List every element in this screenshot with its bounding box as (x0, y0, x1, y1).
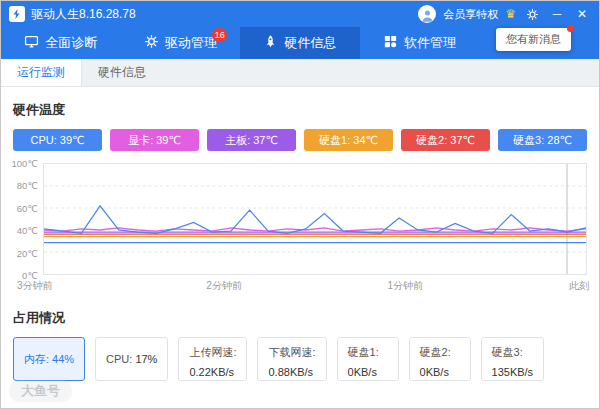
tooltip-text: 您有新消息 (506, 33, 561, 45)
card-label: 下载网速: (268, 346, 315, 358)
usage-card-disk2[interactable]: 硬盘2: 0KB/s (409, 337, 471, 381)
card-value: 0.88KB/s (268, 366, 315, 378)
usage-section-title: 占用情况 (13, 309, 587, 327)
user-avatar[interactable] (418, 5, 436, 23)
card-value: 0KB/s (348, 366, 388, 378)
chart-y-axis: 100℃ 80℃ 60℃ 40℃ 20℃ 0℃ (13, 163, 43, 275)
usage-card-cpu[interactable]: CPU: 17% (95, 337, 168, 381)
y-tick: 40℃ (17, 225, 38, 236)
app-logo-icon (9, 6, 25, 22)
x-tick: 此刻 (569, 279, 589, 293)
badge-value: 34℃ (353, 134, 378, 147)
titlebar: 驱动人生8.16.28.78 会员享特权 ♛ ─ ✕ (1, 1, 599, 27)
card-value: 135KB/s (492, 366, 534, 378)
titlebar-left: 驱动人生8.16.28.78 (9, 6, 136, 23)
tab-software-management[interactable]: 软件管理 (360, 27, 480, 59)
tab-full-diagnosis[interactable]: 全面诊断 (1, 27, 121, 59)
badge-value: 37℃ (253, 134, 278, 147)
y-tick: 100℃ (11, 158, 38, 169)
crown-icon: ♛ (505, 8, 516, 20)
monitor-icon (24, 34, 39, 52)
usage-card-disk3[interactable]: 硬盘3: 135KB/s (481, 337, 545, 381)
badge-value: 37℃ (450, 134, 475, 147)
badge-label: 显卡: (128, 133, 153, 148)
subtab-hardware-info[interactable]: 硬件信息 (82, 59, 162, 86)
rocket-icon (263, 34, 278, 52)
temperature-badges: CPU:39℃ 显卡:39℃ 主板:37℃ 硬盘1:34℃ 硬盘2:37℃ 硬盘… (13, 129, 587, 151)
temperature-chart-area: 100℃ 80℃ 60℃ 40℃ 20℃ 0℃ 3分钟前 2分钟前 1分钟前 此… (13, 163, 587, 295)
usage-card-download[interactable]: 下载网速: 0.88KB/s (257, 337, 326, 381)
y-tick: 20℃ (17, 247, 38, 258)
new-message-tooltip[interactable]: 您有新消息 (496, 28, 571, 51)
temp-badge-cpu: CPU:39℃ (13, 129, 102, 151)
badge-value: 28℃ (547, 134, 572, 147)
tab-label: 硬件信息 (284, 34, 336, 52)
temp-badge-disk1: 硬盘1:34℃ (304, 129, 393, 151)
chart-x-axis: 3分钟前 2分钟前 1分钟前 此刻 (43, 279, 587, 295)
titlebar-right: 会员享特权 ♛ ─ ✕ (418, 5, 591, 23)
y-tick: 80℃ (17, 180, 38, 191)
badge-label: 主板: (225, 133, 250, 148)
gear-icon (144, 34, 159, 52)
temp-badge-disk3: 硬盘3:28℃ (498, 129, 587, 151)
x-tick: 1分钟前 (388, 279, 424, 293)
main-content: 硬件温度 CPU:39℃ 显卡:39℃ 主板:37℃ 硬盘1:34℃ 硬盘2:3… (1, 101, 599, 381)
tab-driver-management[interactable]: 驱动管理 16 (121, 27, 241, 59)
x-tick: 2分钟前 (206, 279, 242, 293)
badge-label: CPU: (31, 134, 57, 146)
subtab-running-monitor[interactable]: 运行监测 (1, 59, 82, 86)
usage-cards: 内存: 44% CPU: 17% 上传网速: 0.22KB/s 下载网速: 0.… (13, 337, 587, 381)
sub-nav: 运行监测 硬件信息 (1, 59, 599, 87)
card-value: 0.22KB/s (189, 366, 236, 378)
temp-badge-disk2: 硬盘2:37℃ (401, 129, 490, 151)
badge-value: 39℃ (60, 134, 85, 147)
temp-badge-motherboard: 主板:37℃ (207, 129, 296, 151)
badge-label: 硬盘2: (416, 133, 447, 148)
app-window: 驱动人生8.16.28.78 会员享特权 ♛ ─ ✕ 您有新消息 全面诊断 (0, 0, 600, 409)
usage-card-upload[interactable]: 上传网速: 0.22KB/s (178, 337, 247, 381)
driver-update-badge: 16 (212, 28, 227, 42)
card-label: 硬盘3: (492, 346, 523, 358)
badge-value: 39℃ (156, 134, 181, 147)
card-label: 硬盘2: (420, 346, 451, 358)
badge-label: 硬盘1: (319, 133, 350, 148)
watermark: 大鱼号 (9, 380, 72, 402)
card-value: 0KB/s (420, 366, 460, 378)
card-label: 内存: (24, 352, 49, 367)
app-grid-icon (383, 34, 398, 52)
minimize-button[interactable]: ─ (548, 7, 566, 21)
chart-plot (43, 163, 587, 275)
x-tick: 3分钟前 (17, 279, 53, 293)
tab-label: 全面诊断 (45, 34, 97, 52)
temperature-section-title: 硬件温度 (13, 101, 587, 119)
tab-label: 软件管理 (404, 34, 456, 52)
window-title: 驱动人生8.16.28.78 (31, 6, 136, 23)
card-label: 硬盘1: (348, 346, 379, 358)
tab-label: 驱动管理 (165, 34, 217, 52)
temperature-chart (44, 164, 586, 274)
settings-gear-icon[interactable] (523, 8, 541, 21)
member-privilege-label[interactable]: 会员享特权 (443, 7, 498, 22)
card-label: CPU: (106, 353, 132, 365)
y-tick: 60℃ (17, 202, 38, 213)
card-label: 上传网速: (189, 346, 236, 358)
notification-dot (567, 25, 574, 32)
card-value: 17% (135, 353, 157, 365)
usage-card-disk1[interactable]: 硬盘1: 0KB/s (337, 337, 399, 381)
temp-badge-gpu: 显卡:39℃ (110, 129, 199, 151)
close-button[interactable]: ✕ (573, 7, 591, 21)
usage-card-memory[interactable]: 内存: 44% (13, 337, 85, 381)
tab-hardware-info[interactable]: 硬件信息 (240, 27, 360, 59)
badge-label: 硬盘3: (513, 133, 544, 148)
card-value: 44% (52, 353, 74, 365)
